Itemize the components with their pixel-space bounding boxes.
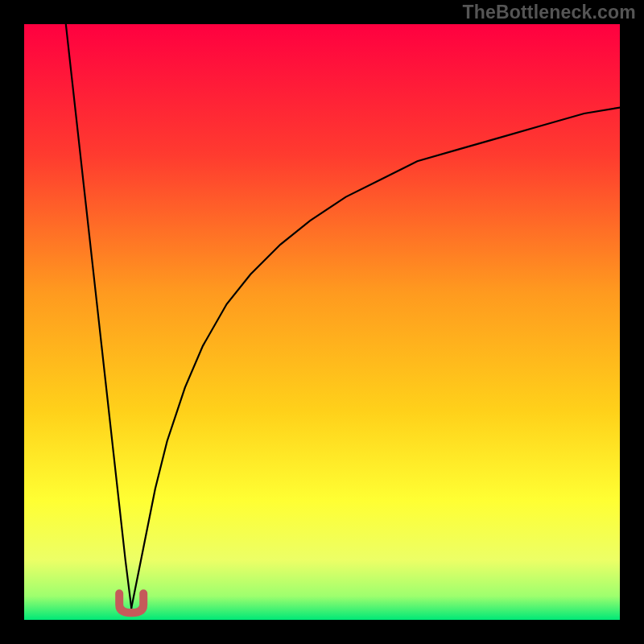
watermark-text: TheBottleneck.com	[462, 2, 636, 23]
plot-area	[24, 24, 620, 620]
left-curve	[66, 24, 131, 608]
right-curve	[131, 108, 620, 609]
chart-container: TheBottleneck.com	[0, 0, 644, 644]
curves-layer	[24, 24, 620, 620]
